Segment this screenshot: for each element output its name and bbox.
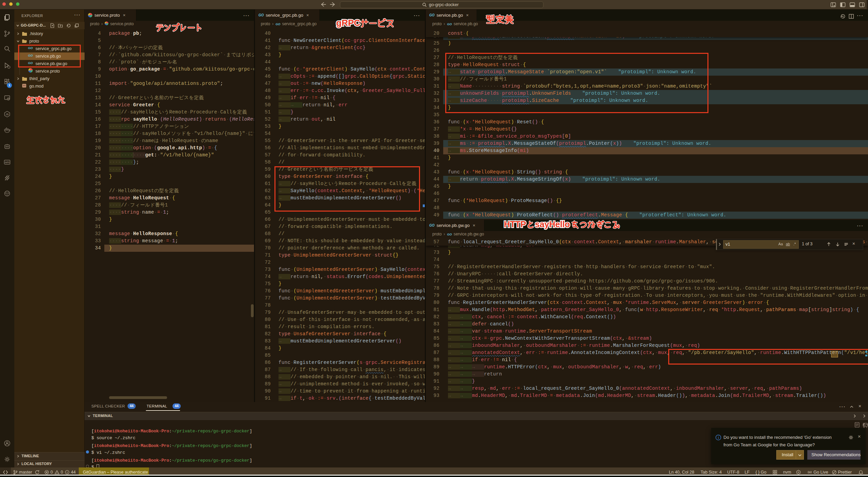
svg-text:gRPC: gRPC (336, 18, 360, 28)
svg-text:/API/: /API/ (5, 161, 10, 164)
svg-text:sayHello: sayHello (535, 219, 570, 229)
svg-text:JS: JS (6, 113, 9, 116)
svg-text:HTTP: HTTP (504, 219, 526, 229)
